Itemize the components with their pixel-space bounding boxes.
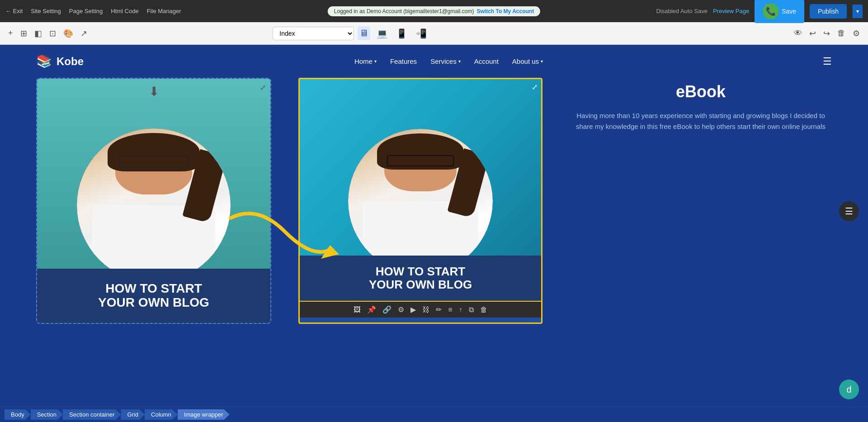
breadcrumb-grid[interactable]: Grid xyxy=(121,409,145,420)
mobile-view-btn[interactable]: 📲 xyxy=(414,26,429,41)
right-image-bg xyxy=(300,79,541,256)
right-card-text: HOW TO START YOUR OWN BLOG xyxy=(300,256,541,301)
nav-account[interactable]: Account xyxy=(474,57,499,65)
file-manager-btn[interactable]: File Manager xyxy=(147,8,181,14)
up-tool[interactable]: ↑ xyxy=(457,305,464,315)
toolbar-right-tools: 👁 ↩ ↪ 🗑 ⚙ xyxy=(792,27,862,40)
breadcrumb-section-container-label[interactable]: Section container xyxy=(63,409,121,420)
settings-icon[interactable]: ⚙ xyxy=(851,27,862,40)
disabled-save-label: Disabled Auto Save xyxy=(656,8,707,14)
right-card[interactable]: ⤢ HOW TO START YOUR OWN BLOG 🖼 📌 🔗 ⚙ ▶ ⛓… xyxy=(298,78,542,324)
link-tool[interactable]: 🔗 xyxy=(381,304,393,315)
breadcrumb-image-wrapper-label[interactable]: Image wrapper xyxy=(178,409,230,420)
save-button[interactable]: 📞 Save xyxy=(755,0,804,23)
top-bar-menu: ← Exit Site Setting Page Setting Html Co… xyxy=(5,8,181,14)
layers-icon[interactable]: ⊞ xyxy=(19,27,29,40)
content-area: ⬇ xyxy=(0,78,868,324)
switch-account-link[interactable]: Switch To My Account xyxy=(477,8,534,14)
toolbar-left-tools: + ⊞ ◧ ⊡ 🎨 ↗ xyxy=(6,27,89,40)
breadcrumb-grid-label[interactable]: Grid xyxy=(121,409,145,420)
breadcrumb-section-container[interactable]: Section container xyxy=(63,409,121,420)
publish-button[interactable]: Publish xyxy=(810,4,847,19)
eye-hide-icon[interactable]: 👁 xyxy=(792,27,804,40)
right-side-text: eBook Having more than 10 years experien… xyxy=(570,78,832,324)
phone-icon: 📞 xyxy=(763,3,779,19)
site-logo: 📚 Kobe xyxy=(36,54,84,69)
breadcrumb-section-label[interactable]: Section xyxy=(31,409,63,420)
left-card-placeholder: ⬇ xyxy=(37,79,270,269)
left-card[interactable]: ⬇ xyxy=(36,78,271,324)
logo-book-icon: 📚 xyxy=(36,54,52,69)
delete-icon[interactable]: 🗑 xyxy=(835,27,847,40)
redo-icon[interactable]: ↪ xyxy=(821,27,832,40)
upload-icon: ⬇ xyxy=(149,84,159,99)
breadcrumb-column-label[interactable]: Column xyxy=(145,409,178,420)
breadcrumb: Body Section Section container Grid Colu… xyxy=(0,407,868,422)
editor-toolbar: + ⊞ ◧ ⊡ 🎨 ↗ Index 🖥 💻 📱 📲 👁 ↩ ↪ 🗑 ⚙ xyxy=(0,22,868,45)
services-arrow-icon: ▾ xyxy=(458,59,461,64)
desktop-view-btn[interactable]: 🖥 xyxy=(358,26,370,40)
home-arrow-icon: ▾ xyxy=(374,59,377,64)
nav-services[interactable]: Services ▾ xyxy=(430,57,461,65)
chain-tool[interactable]: ⛓ xyxy=(420,305,431,315)
logo-text: Kobe xyxy=(57,55,84,68)
publish-dropdown-btn[interactable]: ▾ xyxy=(852,5,863,18)
nav-aboutus[interactable]: About us ▾ xyxy=(512,57,543,65)
delete-tool[interactable]: 🗑 xyxy=(478,305,489,315)
list-tool[interactable]: ≡ xyxy=(446,305,454,315)
edit-tool[interactable]: ✏ xyxy=(434,304,443,315)
page-selector[interactable]: Index xyxy=(273,27,354,40)
ebook-title: eBook xyxy=(570,82,832,101)
preview-page-btn[interactable]: Preview Page xyxy=(713,8,749,14)
image-tool[interactable]: 🖼 xyxy=(352,305,363,315)
logged-in-notice: Logged in as Demo Account (bigemailteste… xyxy=(328,6,540,16)
theme-icon[interactable]: 🎨 xyxy=(61,27,75,40)
settings-tool[interactable]: ⚙ xyxy=(396,304,406,315)
tablet-view-btn[interactable]: 📱 xyxy=(394,26,409,41)
exit-btn[interactable]: ← Exit xyxy=(5,8,23,14)
nav-links: Home ▾ Features Services ▾ Account About… xyxy=(354,57,543,65)
toolbar-center: Index 🖥 💻 📱 📲 xyxy=(273,26,429,41)
components-icon[interactable]: ◧ xyxy=(33,27,44,40)
nav-home[interactable]: Home ▾ xyxy=(354,57,377,65)
breadcrumb-body-label[interactable]: Body xyxy=(5,409,31,420)
breadcrumb-image-wrapper[interactable]: Image wrapper xyxy=(178,409,230,420)
site-setting-btn[interactable]: Site Setting xyxy=(31,8,61,14)
breadcrumb-body[interactable]: Body xyxy=(5,409,31,420)
expand-icon-right[interactable]: ⤢ xyxy=(532,83,538,91)
page-setting-btn[interactable]: Page Setting xyxy=(69,8,103,14)
add-icon[interactable]: + xyxy=(6,27,15,40)
expand-icon-left[interactable]: ⤢ xyxy=(260,83,266,92)
laptop-view-btn[interactable]: 💻 xyxy=(375,26,390,41)
export-icon[interactable]: ↗ xyxy=(79,27,89,40)
play-tool[interactable]: ▶ xyxy=(409,304,418,315)
pin-tool[interactable]: 📌 xyxy=(365,304,378,315)
device-selector: 🖥 💻 📱 📲 xyxy=(358,26,429,41)
top-bar-actions: Disabled Auto Save Preview Page 📞 Save P… xyxy=(656,0,863,23)
element-edit-toolbar: 🖼 📌 🔗 ⚙ ▶ ⛓ ✏ ≡ ↑ ⧉ 🗑 xyxy=(300,301,541,318)
html-code-btn[interactable]: Html Code xyxy=(111,8,138,14)
right-card-image: ⤢ xyxy=(300,79,541,256)
hamburger-icon[interactable]: ☰ xyxy=(823,56,832,67)
left-card-title: HOW TO START YOUR OWN BLOG xyxy=(98,282,209,310)
nav-features[interactable]: Features xyxy=(390,57,417,65)
blocks-icon[interactable]: ⊡ xyxy=(47,27,58,40)
floating-chat-btn[interactable]: d xyxy=(839,379,859,399)
copy-tool[interactable]: ⧉ xyxy=(467,305,476,315)
breadcrumb-section[interactable]: Section xyxy=(31,409,63,420)
left-card-image-area: ⬇ xyxy=(37,79,270,269)
undo-icon[interactable]: ↩ xyxy=(807,27,818,40)
person-circle-left xyxy=(77,128,231,269)
left-card-text: HOW TO START YOUR OWN BLOG xyxy=(37,269,270,323)
floating-settings-btn[interactable]: ☰ xyxy=(839,201,859,221)
top-bar: ← Exit Site Setting Page Setting Html Co… xyxy=(0,0,868,22)
person-circle-right xyxy=(348,129,493,256)
right-card-title: HOW TO START YOUR OWN BLOG xyxy=(369,265,472,291)
aboutus-arrow-icon: ▾ xyxy=(541,59,543,64)
ebook-description: Having more than 10 years experience wit… xyxy=(570,110,832,132)
logged-in-text: Logged in as Demo Account (bigemailteste… xyxy=(334,8,474,14)
main-canvas: 📚 Kobe Home ▾ Features Services ▾ Accoun… xyxy=(0,45,868,407)
site-navigation: 📚 Kobe Home ▾ Features Services ▾ Accoun… xyxy=(0,45,868,78)
breadcrumb-column[interactable]: Column xyxy=(145,409,178,420)
